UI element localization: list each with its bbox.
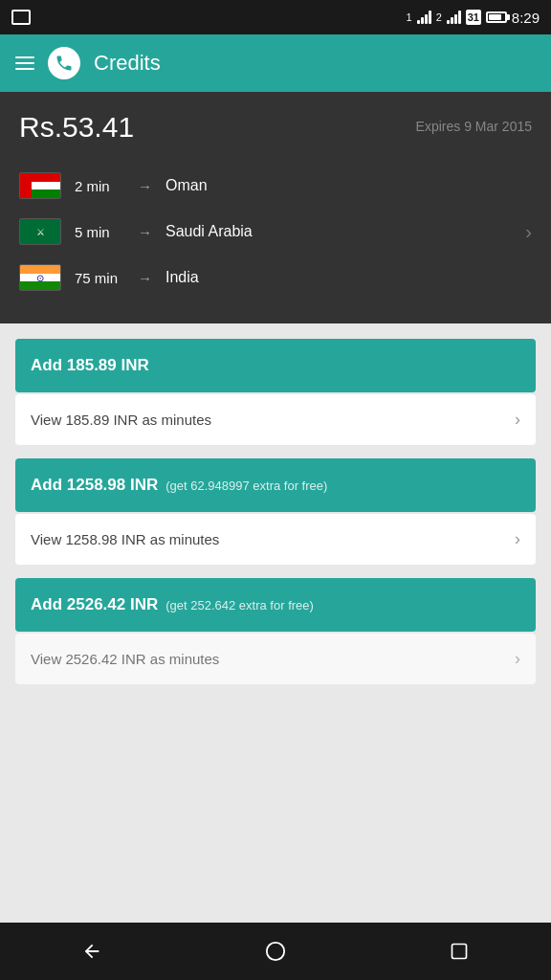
view-185-text: View 185.89 INR as minutes — [31, 412, 211, 428]
credits-row-oman: 2 min → Oman — [19, 163, 532, 209]
add-185-label: Add 185.89 INR — [31, 356, 149, 375]
screenshot-icon — [11, 10, 31, 25]
page-title: Credits — [94, 51, 161, 76]
add-2526-button[interactable]: Add 2526.42 INR (get 252.642 extra for f… — [15, 578, 536, 632]
battery-fill — [489, 14, 501, 20]
add-1258-button[interactable]: Add 1258.98 INR (get 62.948997 extra for… — [15, 458, 536, 512]
calendar-icon: 31 — [466, 10, 481, 25]
view-1258-row[interactable]: View 1258.98 INR as minutes › — [15, 514, 536, 565]
flag-saudi — [19, 218, 61, 245]
add-2526-label: Add 2526.42 INR — [31, 595, 158, 614]
svg-rect-1 — [452, 945, 467, 959]
app-bar: Credits — [0, 34, 551, 92]
sim2-signal-icon — [447, 11, 461, 24]
add-1258-label: Add 1258.98 INR — [31, 476, 158, 495]
hamburger-icon[interactable] — [15, 56, 34, 70]
app-logo — [48, 47, 80, 79]
saudi-minutes: 5 min — [75, 224, 124, 240]
nav-bar — [0, 923, 551, 980]
package-1: Add 185.89 INR View 185.89 INR as minute… — [15, 339, 536, 445]
credits-section: Rs.53.41 Expires 9 Mar 2015 2 min → Oman… — [0, 92, 551, 323]
credits-expires: Expires 9 Mar 2015 — [416, 119, 532, 134]
view-1258-text: View 1258.98 INR as minutes — [31, 531, 219, 547]
sim1-label: 1 — [407, 11, 412, 23]
view-2526-text: View 2526.42 INR as minutes — [31, 651, 219, 667]
credits-row-saudi[interactable]: 5 min → Saudi Arabia › — [19, 209, 532, 255]
india-country: India — [165, 269, 532, 286]
oman-minutes: 2 min — [75, 178, 124, 194]
credits-amount: Rs.53.41 — [19, 111, 134, 144]
nav-recents-button[interactable] — [430, 923, 488, 980]
view-185-row[interactable]: View 185.89 INR as minutes › — [15, 394, 536, 445]
credits-rows: 2 min → Oman 5 min → Saudi Arabia › 75 m… — [19, 163, 532, 301]
credits-row-india: 75 min → India — [19, 255, 532, 301]
sim2-label: 2 — [436, 11, 442, 23]
battery-icon — [486, 11, 507, 23]
view-2526-chevron-icon: › — [515, 649, 520, 669]
view-1258-chevron-icon: › — [515, 529, 520, 549]
status-bar-left — [11, 10, 401, 25]
view-2526-row[interactable]: View 2526.42 INR as minutes › — [15, 634, 536, 684]
arrow-oman: → — [138, 178, 152, 194]
status-icons: 1 2 31 8:29 — [407, 10, 540, 26]
add-1258-extra: (get 62.948997 extra for free) — [165, 479, 327, 493]
package-3: Add 2526.42 INR (get 252.642 extra for f… — [15, 578, 536, 684]
add-2526-extra: (get 252.642 extra for free) — [165, 598, 314, 612]
nav-home-button[interactable] — [247, 923, 304, 980]
sim1-signal-icon — [417, 11, 431, 24]
add-185-button[interactable]: Add 185.89 INR — [15, 339, 536, 392]
flag-india — [19, 264, 61, 291]
svg-point-0 — [267, 943, 284, 960]
main-content: Add 185.89 INR View 185.89 INR as minute… — [0, 323, 551, 713]
time-display: 8:29 — [512, 10, 540, 26]
nav-back-button[interactable] — [63, 923, 121, 980]
oman-country: Oman — [165, 177, 532, 194]
arrow-india: → — [138, 270, 152, 286]
saudi-chevron-icon: › — [525, 221, 532, 243]
status-bar: 1 2 31 8:29 — [0, 0, 551, 34]
india-minutes: 75 min — [75, 270, 124, 286]
saudi-country: Saudi Arabia — [165, 223, 512, 240]
view-185-chevron-icon: › — [515, 410, 520, 430]
flag-oman — [19, 172, 61, 199]
package-2: Add 1258.98 INR (get 62.948997 extra for… — [15, 458, 536, 565]
arrow-saudi: → — [138, 224, 152, 240]
